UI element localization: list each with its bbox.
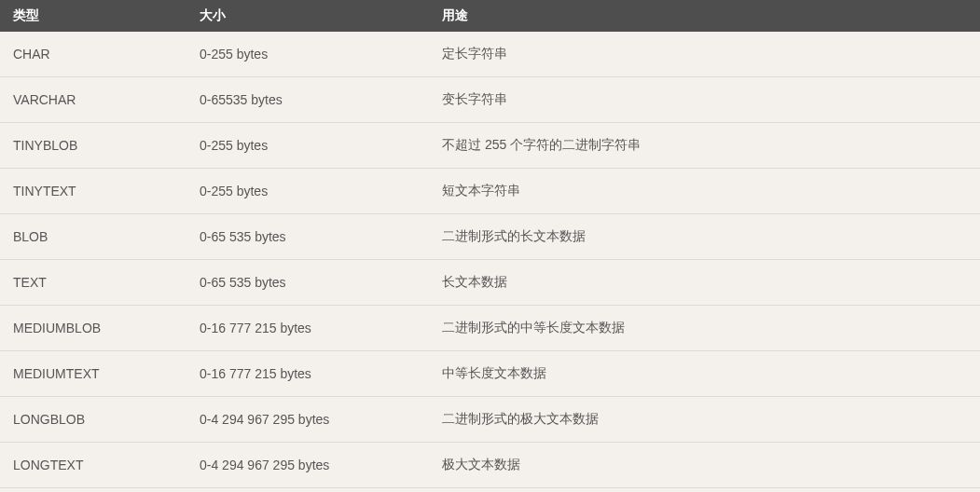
table-row: BLOB 0-65 535 bytes 二进制形式的长文本数据 <box>0 214 980 260</box>
cell-size: 0-255 bytes <box>186 32 429 77</box>
cell-type: LONGTEXT <box>0 443 186 488</box>
cell-usage: 不超过 255 个字符的二进制字符串 <box>429 123 980 169</box>
table-row: LONGBLOB 0-4 294 967 295 bytes 二进制形式的极大文… <box>0 397 980 443</box>
cell-usage: 长文本数据 <box>429 260 980 306</box>
header-type: 类型 <box>0 0 186 32</box>
table-row: CHAR 0-255 bytes 定长字符串 <box>0 32 980 77</box>
table-body: CHAR 0-255 bytes 定长字符串 VARCHAR 0-65535 b… <box>0 32 980 488</box>
cell-type: CHAR <box>0 32 186 77</box>
cell-type: VARCHAR <box>0 77 186 123</box>
table-row: TINYBLOB 0-255 bytes 不超过 255 个字符的二进制字符串 <box>0 123 980 169</box>
cell-type: MEDIUMBLOB <box>0 306 186 351</box>
table-row: LONGTEXT 0-4 294 967 295 bytes 极大文本数据 <box>0 443 980 488</box>
cell-usage: 二进制形式的极大文本数据 <box>429 397 980 443</box>
cell-type: TEXT <box>0 260 186 306</box>
data-types-table: 类型 大小 用途 CHAR 0-255 bytes 定长字符串 VARCHAR … <box>0 0 980 488</box>
cell-usage: 变长字符串 <box>429 77 980 123</box>
table-row: MEDIUMTEXT 0-16 777 215 bytes 中等长度文本数据 <box>0 351 980 397</box>
cell-type: TINYBLOB <box>0 123 186 169</box>
cell-type: BLOB <box>0 214 186 260</box>
table-row: TINYTEXT 0-255 bytes 短文本字符串 <box>0 169 980 214</box>
cell-size: 0-65535 bytes <box>186 77 429 123</box>
cell-usage: 极大文本数据 <box>429 443 980 488</box>
cell-size: 0-255 bytes <box>186 169 429 214</box>
cell-size: 0-255 bytes <box>186 123 429 169</box>
table-header-row: 类型 大小 用途 <box>0 0 980 32</box>
table-row: MEDIUMBLOB 0-16 777 215 bytes 二进制形式的中等长度… <box>0 306 980 351</box>
cell-usage: 二进制形式的中等长度文本数据 <box>429 306 980 351</box>
header-size: 大小 <box>186 0 429 32</box>
cell-size: 0-65 535 bytes <box>186 260 429 306</box>
cell-size: 0-16 777 215 bytes <box>186 306 429 351</box>
header-usage: 用途 <box>429 0 980 32</box>
table-row: TEXT 0-65 535 bytes 长文本数据 <box>0 260 980 306</box>
cell-size: 0-16 777 215 bytes <box>186 351 429 397</box>
cell-usage: 定长字符串 <box>429 32 980 77</box>
cell-type: LONGBLOB <box>0 397 186 443</box>
cell-usage: 中等长度文本数据 <box>429 351 980 397</box>
cell-usage: 二进制形式的长文本数据 <box>429 214 980 260</box>
cell-size: 0-4 294 967 295 bytes <box>186 443 429 488</box>
cell-type: TINYTEXT <box>0 169 186 214</box>
cell-usage: 短文本字符串 <box>429 169 980 214</box>
cell-size: 0-65 535 bytes <box>186 214 429 260</box>
cell-type: MEDIUMTEXT <box>0 351 186 397</box>
cell-size: 0-4 294 967 295 bytes <box>186 397 429 443</box>
table-row: VARCHAR 0-65535 bytes 变长字符串 <box>0 77 980 123</box>
